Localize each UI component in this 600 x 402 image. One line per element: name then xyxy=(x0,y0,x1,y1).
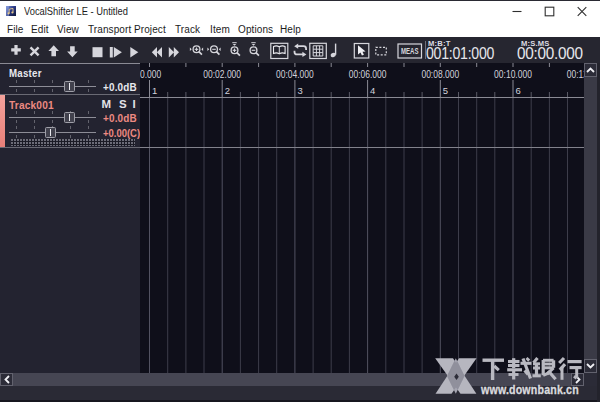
svg-text:3: 3 xyxy=(297,85,302,96)
svg-text:6: 6 xyxy=(516,85,521,96)
svg-text:4: 4 xyxy=(370,85,375,96)
svg-text:00:04.000: 00:04.000 xyxy=(276,69,314,80)
svg-text:MEAS: MEAS xyxy=(401,46,419,56)
svg-text:00:08.000: 00:08.000 xyxy=(421,69,459,80)
svg-text:00:12.000: 00:12.000 xyxy=(567,69,584,80)
svg-text:00:00.000: 00:00.000 xyxy=(140,69,161,80)
svg-text:2: 2 xyxy=(225,85,230,96)
svg-text:00:02.000: 00:02.000 xyxy=(203,69,241,80)
svg-text:00:10.000: 00:10.000 xyxy=(494,69,532,80)
svg-text:5: 5 xyxy=(443,85,448,96)
svg-text:00:06.000: 00:06.000 xyxy=(349,69,387,80)
svg-text:1: 1 xyxy=(152,85,157,96)
